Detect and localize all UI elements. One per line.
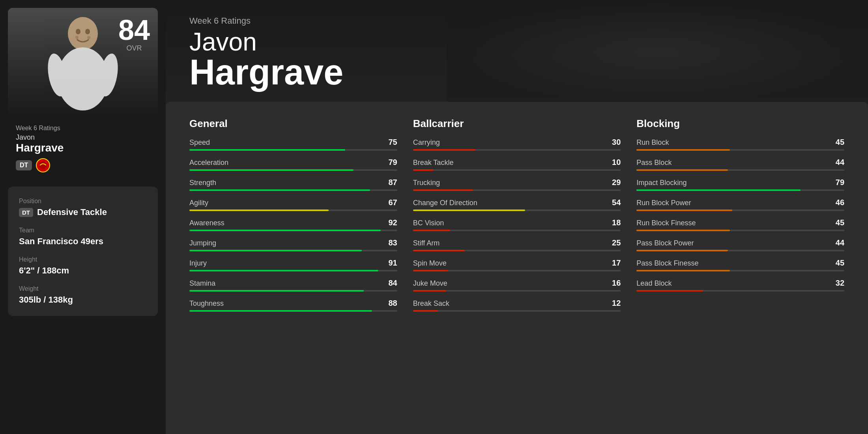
stat-value: 91 [385, 258, 397, 268]
stat-name: Pass Block Power [636, 239, 694, 247]
stat-value: 18 [609, 218, 621, 227]
stat-row: Stamina 84 [189, 279, 397, 297]
stat-name: Agility [189, 199, 208, 207]
stat-name: Acceleration [189, 159, 228, 167]
weight-section: Weight 305lb / 138kg [19, 285, 147, 305]
stat-name: Strength [189, 179, 216, 187]
stat-row: Run Block Power 46 [636, 198, 844, 217]
stat-value: 79 [385, 158, 397, 167]
stat-bar-fill [636, 169, 728, 171]
svg-point-8 [75, 36, 79, 39]
stat-value: 87 [385, 178, 397, 187]
stat-value: 92 [385, 218, 397, 227]
stat-row: Pass Block Power 44 [636, 238, 844, 257]
height-label: Height [19, 256, 147, 263]
stat-value: 84 [385, 279, 397, 288]
header-first-name: Javon [189, 29, 844, 54]
stat-row: Carrying 30 [413, 138, 621, 156]
card-footer: Week 6 Ratings Javon Hargrave DT [8, 118, 158, 179]
stat-bar-bg [189, 290, 397, 292]
position-label: Position [19, 198, 147, 205]
header-week-label: Week 6 Ratings [189, 16, 844, 26]
stat-name: Carrying [413, 138, 440, 147]
stat-value: 30 [609, 138, 621, 147]
stat-name: Change Of Direction [413, 199, 477, 207]
stat-bar-bg [636, 189, 844, 191]
ballcarrier-column: Ballcarrier Carrying 30 Break Tackle 10 [413, 118, 621, 418]
stat-bar-fill [636, 250, 728, 251]
stat-row: Speed 75 [189, 138, 397, 156]
info-card: Position DT Defensive Tackle Team San Fr… [8, 187, 158, 316]
stat-bar-fill [189, 310, 372, 312]
blocking-column: Blocking Run Block 45 Pass Block 44 [636, 118, 844, 418]
stat-bar-fill [413, 230, 451, 231]
stat-row: Spin Move 17 [413, 258, 621, 277]
stat-value: 45 [832, 258, 844, 268]
badges: DT [16, 158, 150, 172]
general-title: General [189, 118, 397, 130]
stat-value: 45 [832, 138, 844, 147]
stat-value: 25 [609, 238, 621, 247]
stat-row: Pass Block 44 [636, 158, 844, 176]
stat-bar-bg [636, 149, 844, 151]
svg-point-7 [85, 29, 90, 34]
stat-bar-fill [189, 290, 364, 292]
position-tag: DT [19, 208, 33, 217]
stat-bar-bg [636, 250, 844, 251]
stat-bar-bg [636, 230, 844, 231]
stat-bar-fill [636, 189, 801, 191]
header-section: Week 6 Ratings Javon Hargrave [166, 0, 868, 102]
stat-bar-bg [413, 230, 621, 231]
stat-row: Lead Block 32 [636, 279, 844, 297]
position-value: Defensive Tackle [37, 207, 107, 217]
stat-value: 54 [609, 198, 621, 207]
height-value: 6'2" / 188cm [19, 266, 147, 276]
stat-name: Run Block Power [636, 199, 691, 207]
stat-value: 44 [832, 158, 844, 167]
stat-row: Change Of Direction 54 [413, 198, 621, 217]
stat-bar-bg [413, 189, 621, 191]
stat-row: Break Tackle 10 [413, 158, 621, 176]
stat-bar-fill [413, 169, 434, 171]
stat-name: Break Sack [413, 299, 449, 308]
stat-bar-fill [413, 210, 525, 211]
stat-bar-fill [189, 189, 370, 191]
stat-bar-bg [636, 270, 844, 271]
stat-name: Stamina [189, 279, 215, 288]
stat-bar-bg [189, 210, 397, 211]
stat-row: Strength 87 [189, 178, 397, 196]
stat-row: Awareness 92 [189, 218, 397, 237]
stat-bar-bg [413, 250, 621, 251]
stat-row: Acceleration 79 [189, 158, 397, 176]
stat-bar-fill [636, 270, 730, 271]
stat-row: Stiff Arm 25 [413, 238, 621, 257]
stat-bar-bg [189, 310, 397, 312]
stat-name: Stiff Arm [413, 239, 440, 247]
stat-name: Run Block Finesse [636, 219, 696, 227]
stat-row: Run Block 45 [636, 138, 844, 156]
stat-value: 17 [609, 258, 621, 268]
stat-value: 44 [832, 238, 844, 247]
stat-bar-fill [189, 230, 381, 231]
stat-value: 46 [832, 198, 844, 207]
stat-row: Break Sack 12 [413, 299, 621, 317]
stat-name: BC Vision [413, 219, 444, 227]
stat-bar-fill [189, 250, 362, 251]
stat-bar-fill [413, 149, 475, 151]
ovr-badge: 84 OVR [118, 16, 150, 52]
stat-value: 29 [609, 178, 621, 187]
stat-row: Pass Block Finesse 45 [636, 258, 844, 277]
stat-bar-bg [636, 290, 844, 292]
ovr-number: 84 [118, 16, 150, 44]
stat-name: Injury [189, 259, 207, 268]
stat-bar-bg [636, 210, 844, 211]
svg-point-0 [68, 17, 98, 50]
stat-bar-bg [636, 169, 844, 171]
stat-value: 10 [609, 158, 621, 167]
stat-bar-fill [413, 189, 473, 191]
stat-bar-fill [413, 310, 438, 312]
general-stats-list: Speed 75 Acceleration 79 Strength 87 [189, 138, 397, 319]
height-section: Height 6'2" / 188cm [19, 256, 147, 276]
stat-bar-fill [413, 290, 446, 292]
stat-value: 83 [385, 238, 397, 247]
